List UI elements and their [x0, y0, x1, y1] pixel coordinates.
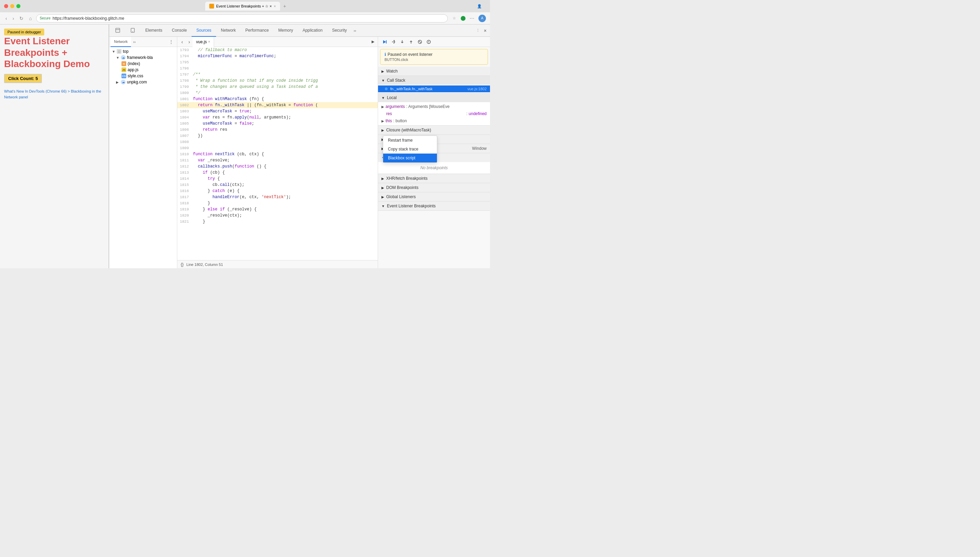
profile-avatar[interactable]: A — [479, 15, 486, 22]
code-line: 1810 function nextTick (cb, ctx) { — [177, 151, 378, 157]
url-bar[interactable]: Secure https://framework-blackboxing.gli… — [36, 14, 448, 23]
watch-arrow-icon: ▶ — [381, 70, 384, 73]
run-snippet-icon[interactable]: ▶ — [370, 39, 376, 44]
tab-performance[interactable]: Performance — [240, 24, 274, 37]
maximize-button[interactable] — [16, 4, 20, 8]
tree-item-appjs[interactable]: JS app.js — [109, 67, 177, 73]
tab-security[interactable]: Security — [327, 24, 352, 37]
forward-button[interactable]: › — [11, 15, 16, 22]
fp-more-button[interactable]: ›› — [131, 40, 138, 44]
devtools: Elements Console Sources Network Perform… — [109, 24, 490, 268]
code-line: 1793 // fallback to macro — [177, 47, 378, 53]
call-stack-header[interactable]: ▼ Call Stack — [378, 76, 490, 85]
call-stack-dot — [385, 88, 388, 90]
scope-content: ▶ arguments : Arguments [MouseEve res : … — [378, 102, 490, 125]
tree-item-framework[interactable]: ▼ ☁ framework-bla — [109, 54, 177, 60]
watch-section-header[interactable]: ▶ Watch — [378, 67, 490, 76]
ctx-copy-stack-trace[interactable]: Copy stack trace — [383, 145, 437, 153]
tree-item-stylecss[interactable]: CS style.css — [109, 73, 177, 79]
code-line: 1820 _resolve(ctx); — [177, 212, 378, 218]
browser-tab[interactable]: Event Listener Breakpoints + ☆ × × — [205, 2, 280, 11]
bookmark-icon[interactable]: ☆ — [451, 16, 458, 20]
call-stack-item[interactable]: fn._withTask.fn._withTask vue.js:1802 — [378, 85, 490, 92]
step-out-button[interactable] — [407, 38, 415, 46]
close-tab-icon[interactable]: × — [274, 5, 276, 8]
code-line: 1816 } catch (e) { — [177, 188, 378, 194]
nav-bar: ‹ › ↻ ⌂ Secure https://framework-blackbo… — [0, 12, 490, 24]
home-button[interactable]: ⌂ — [28, 15, 33, 22]
dt-tab-inspector[interactable] — [110, 24, 126, 37]
devtools-menu-icon[interactable]: ⋮ — [474, 28, 482, 33]
tab-console[interactable]: Console — [167, 24, 191, 37]
page-link[interactable]: What's New In DevTools (Chrome 66) > Bla… — [4, 89, 101, 99]
formatter-icon[interactable]: {} — [181, 262, 184, 267]
tab-elements[interactable]: Elements — [141, 24, 167, 37]
close-button[interactable] — [4, 4, 8, 8]
dt-tab-device[interactable] — [126, 24, 141, 37]
secure-badge: Secure — [40, 16, 51, 20]
xhr-breakpoints-header[interactable]: ▶ XHR/fetch Breakpoints — [378, 174, 490, 183]
tab-memory[interactable]: Memory — [274, 24, 298, 37]
css-icon: CS — [122, 73, 126, 78]
tab-network[interactable]: Network — [216, 24, 240, 37]
code-line: 1815 cb.call(ctx); — [177, 182, 378, 188]
page-links: What's New In DevTools (Chrome 66) > Bla… — [4, 88, 104, 101]
new-tab-icon[interactable]: + — [281, 3, 288, 9]
step-into-button[interactable] — [399, 38, 406, 46]
scope-this-row[interactable]: ▶ this : button — [378, 117, 490, 125]
file-tab-close-icon[interactable]: × — [208, 40, 210, 44]
title-bar: Event Listener Breakpoints + ☆ × × + 👤 — [0, 0, 490, 12]
svg-rect-5 — [386, 40, 386, 44]
resume-button[interactable] — [381, 38, 388, 46]
tree-item-top[interactable]: ▼ □ top — [109, 48, 177, 54]
minimize-button[interactable] — [10, 4, 14, 8]
code-line: 1812 callbacks.push(function () { — [177, 163, 378, 169]
dom-breakpoints-header[interactable]: ▶ DOM Breakpoints — [378, 183, 490, 192]
debugger-banner: Paused in debugger — [4, 29, 44, 36]
fp-menu-icon[interactable]: ⋮ — [167, 39, 175, 45]
ctx-blackbox-script[interactable]: Blackbox script — [383, 153, 437, 163]
extensions-icon[interactable]: ⋯ — [468, 16, 476, 21]
back-button[interactable]: ‹ — [4, 15, 8, 22]
tab-application[interactable]: Application — [298, 24, 327, 37]
scope-res-row: res : undefined — [378, 110, 490, 117]
tree-arrow-top: ▼ — [112, 50, 115, 54]
scope-arguments-row[interactable]: ▶ arguments : Arguments [MouseEve — [378, 103, 490, 110]
code-line: 1813 if (cb) { — [177, 169, 378, 176]
tree-arrow-unpkg: ▶ — [116, 80, 119, 84]
tree-item-unpkg[interactable]: ▶ ☁ unpkg.com — [109, 79, 177, 85]
tree-label-framework: framework-bla — [127, 55, 153, 60]
closure-macrotask-header[interactable]: ▶ Closure (withMacroTask) — [378, 125, 490, 135]
code-line: 1804 var res = fn.apply(null, arguments)… — [177, 114, 378, 121]
page-title: Event Listener Breakpoints + Blackboxing… — [4, 36, 104, 70]
scope-header[interactable]: ▼ Local — [378, 93, 490, 102]
more-tabs-button[interactable]: ›› — [352, 29, 358, 33]
global-listeners-header[interactable]: ▶ Global Listeners — [378, 192, 490, 201]
code-editor[interactable]: 1793 // fallback to macro 1794 microTime… — [177, 47, 378, 260]
closure-macrotask-label: Closure (withMacroTask) — [386, 128, 431, 132]
code-line: 1803 useMacroTask = true; — [177, 108, 378, 114]
file-panel-tabs: Network ›› ⋮ — [109, 37, 177, 47]
code-file-tab-vuejs[interactable]: vue.js × — [193, 37, 214, 47]
cloud-icon-unpkg: ☁ — [121, 80, 126, 85]
breakpoints-content: No breakpoints — [378, 162, 490, 174]
account-icon[interactable]: 👤 — [473, 4, 486, 8]
prev-file-button[interactable]: ‹ — [178, 39, 186, 45]
click-count-badge[interactable]: Click Count: 5 — [4, 74, 42, 83]
tree-arrow-framework: ▼ — [116, 56, 119, 60]
event-listener-header[interactable]: ▼ Event Listener Breakpoints — [378, 202, 490, 210]
next-file-button[interactable]: › — [186, 39, 193, 45]
dom-breakpoints-section: ▶ DOM Breakpoints — [378, 183, 490, 192]
fp-tab-network[interactable]: Network — [110, 37, 131, 47]
devtools-close-button[interactable]: × — [482, 28, 488, 33]
step-over-button[interactable] — [389, 38, 397, 46]
call-stack-label: Call Stack — [387, 78, 405, 83]
ctx-restart-frame[interactable]: Restart frame — [383, 136, 437, 145]
reload-button[interactable]: ↻ — [18, 15, 25, 22]
pause-on-exceptions-button[interactable] — [425, 38, 433, 46]
tree-item-index[interactable]: H (index) — [109, 60, 177, 67]
tab-sources[interactable]: Sources — [191, 24, 216, 37]
code-line: 1794 microTimerFunc = macroTimerFunc; — [177, 53, 378, 59]
global-listeners-label: Global Listeners — [386, 194, 416, 199]
deactivate-breakpoints-button[interactable] — [416, 38, 423, 46]
